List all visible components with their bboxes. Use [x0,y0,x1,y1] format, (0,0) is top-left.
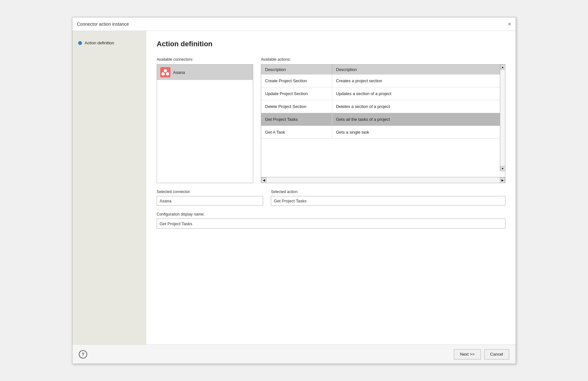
table-row[interactable]: Delete Project Section Deletes a section… [261,100,505,113]
connector-item-asana[interactable]: Asana [157,65,253,80]
main-content: Action definition Available connectors: [146,31,516,344]
page-title: Action definition [157,40,505,48]
action-description: Gets a single task [332,126,505,139]
selected-connector-group: Selected connector: [157,190,263,206]
dialog-footer: ? Next >> Cancel [72,344,516,364]
footer-right: Next >> Cancel [454,349,509,359]
active-dot-icon [78,41,82,45]
table-row[interactable]: Create Project Section Creates a project… [261,75,505,87]
scroll-down-button[interactable]: ▼ [500,166,505,171]
action-description: Updates a section of a project [332,87,505,100]
action-name: Update Project Section [261,87,332,100]
action-name: Get A Task [261,126,332,139]
actions-table: Description Description Create Project S… [261,65,505,139]
action-description: Gets all the tasks of a project [332,113,505,126]
scroll-up-button[interactable]: ▲ [500,65,505,70]
config-display-name-label: Configuration display name: [157,212,505,217]
dialog-title: Connector action instance [77,22,129,27]
scroll-left-button[interactable]: ◀ [261,177,266,183]
footer-left: ? [79,350,87,359]
selected-connector-input[interactable] [157,196,263,206]
selected-connector-label: Selected connector: [157,190,263,194]
svg-point-2 [161,72,165,75]
table-row[interactable]: Get A Task Gets a single task [261,126,505,139]
actions-column: Available actions: Description Descripti… [261,57,505,183]
svg-point-1 [164,69,167,72]
available-actions-label: Available actions: [261,57,505,62]
available-connectors-label: Available connectors: [157,57,253,62]
vertical-scrollbar[interactable]: ▲ ▼ [500,65,505,171]
actions-table-wrapper: Description Description Create Project S… [261,64,505,183]
connectors-list[interactable]: Asana [157,64,253,183]
cancel-button[interactable]: Cancel [484,349,509,359]
asana-icon [160,67,170,77]
connector-name: Asana [173,70,185,75]
config-display-name-input[interactable] [157,218,505,229]
scroll-right-button[interactable]: ▶ [500,177,505,183]
sidebar-item-action-definition[interactable]: Action definition [72,37,146,49]
col-header-description: Description [332,65,505,75]
action-description: Deletes a section of a project [332,100,505,113]
title-bar: Connector action instance × [72,17,516,31]
sidebar-item-label: Action definition [85,40,114,45]
dialog: Connector action instance × Action defin… [72,17,516,364]
table-row[interactable]: Update Project Section Updates a section… [261,87,505,100]
svg-point-3 [166,72,169,75]
selected-action-group: Selected action: [271,190,505,206]
action-name: Delete Project Section [261,100,332,113]
action-name: Get Project Tasks [261,113,332,126]
sidebar: Action definition [72,31,146,344]
selected-action-label: Selected action: [271,190,505,194]
two-column-layout: Available connectors: Asana [157,57,505,183]
config-section: Configuration display name: [157,212,505,229]
dialog-body: Action definition Action definition Avai… [72,31,516,344]
selected-action-input[interactable] [271,196,505,206]
selected-fields-row: Selected connector: Selected action: [157,190,505,206]
table-row[interactable]: Get Project Tasks Gets all the tasks of … [261,113,505,126]
action-description: Creates a project section [332,75,505,87]
horizontal-scrollbar[interactable]: ◀ ▶ [261,177,505,183]
col-header-name: Description [261,65,332,75]
close-button[interactable]: × [508,21,511,27]
scroll-track [500,70,505,166]
next-button[interactable]: Next >> [454,349,481,359]
horizontal-scroll-track [266,177,500,183]
connectors-column: Available connectors: Asana [157,57,253,183]
action-name: Create Project Section [261,75,332,87]
help-button[interactable]: ? [79,350,87,359]
